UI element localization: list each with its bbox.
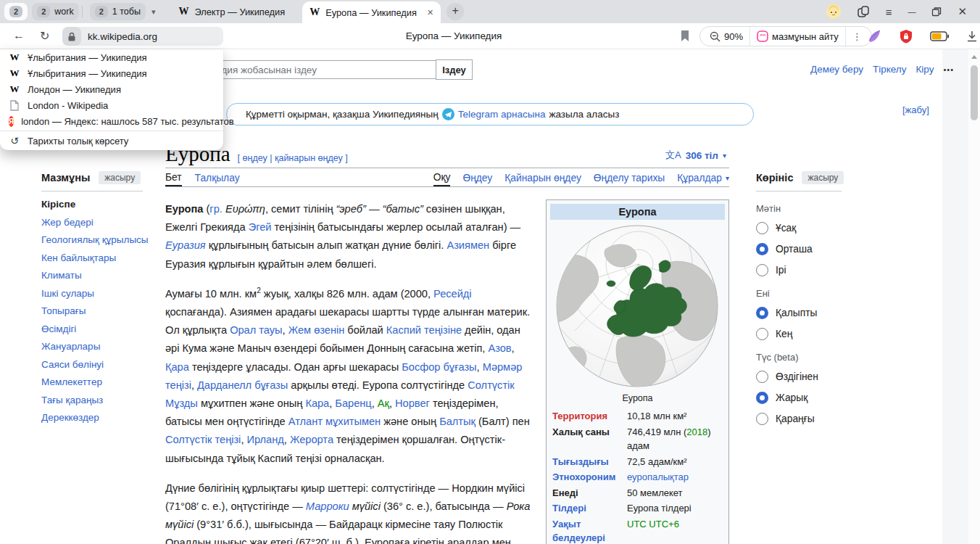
scrollbar[interactable] bbox=[968, 49, 980, 544]
suggestion-item[interactable]: WҰлыбритания — Уикипедия bbox=[0, 49, 223, 65]
wiki-link[interactable]: Баренц bbox=[335, 397, 371, 409]
wiki-search-button[interactable]: Іздеу bbox=[436, 59, 473, 80]
toc-item-Кіріспе[interactable]: Кіріспе bbox=[41, 199, 154, 210]
back-button[interactable]: ← bbox=[13, 29, 25, 42]
toc-item-Тағы қараңыз[interactable]: Тағы қараңыз bbox=[41, 395, 154, 405]
scroll-up-arrow-icon[interactable] bbox=[971, 55, 977, 59]
wiki-link[interactable]: Ақ bbox=[378, 397, 389, 409]
wiki-link[interactable]: Жем өзенін bbox=[288, 324, 345, 336]
appearance-option-Өздігінен[interactable]: Өздігінен bbox=[756, 370, 843, 383]
login-link[interactable]: Кіру bbox=[915, 64, 934, 75]
wiki-link[interactable]: Марроки bbox=[306, 500, 349, 512]
wiki-link[interactable]: Каспий теңізіне bbox=[386, 324, 462, 336]
pill-kebab-menu[interactable]: ⋮ bbox=[845, 27, 868, 46]
toc-item-Ішкі сулары[interactable]: Ішкі сулары bbox=[41, 288, 154, 299]
radio-button-selected[interactable] bbox=[756, 243, 768, 255]
suggestion-item[interactable]: London - Wikipedia bbox=[0, 97, 223, 113]
wiki-link[interactable]: Норвег bbox=[395, 397, 430, 409]
title-edit-links[interactable]: [ өңдеу | қайнарын өңдеу ] bbox=[238, 153, 348, 163]
tab-group-collapsed[interactable]: 2 bbox=[4, 3, 28, 20]
appearance-option-Ұсақ[interactable]: Ұсақ bbox=[756, 221, 843, 234]
europe-globe-map[interactable] bbox=[553, 222, 722, 391]
suggestion-item[interactable]: WЛондон — Уикипедия bbox=[0, 81, 223, 97]
wiki-link[interactable]: Кара bbox=[305, 397, 329, 409]
toc-item-Климаты[interactable]: Климаты bbox=[41, 270, 154, 281]
appearance-option-Ірі[interactable]: Ірі bbox=[756, 263, 843, 276]
appearance-hide-button[interactable]: жасыру bbox=[802, 171, 844, 184]
language-selector[interactable]: 文А 306 тіл ▾ bbox=[665, 149, 726, 162]
bookmark-icon[interactable] bbox=[680, 30, 690, 42]
toc-hide-button[interactable]: жасыру bbox=[99, 171, 141, 184]
wiki-link[interactable]: гр. bbox=[209, 203, 223, 215]
wiki-link[interactable]: Азиямен bbox=[447, 239, 489, 251]
infobox-row-label[interactable]: Территория bbox=[552, 409, 627, 424]
radio-button[interactable] bbox=[756, 222, 768, 234]
toc-item-Өсімдігі[interactable]: Өсімдігі bbox=[41, 323, 154, 334]
wiki-link[interactable]: Атлант мұхитымен bbox=[288, 416, 381, 427]
wiki-link[interactable]: Орал тауы bbox=[230, 324, 282, 336]
radio-button[interactable] bbox=[756, 371, 768, 383]
wiki-link[interactable]: 2018 bbox=[686, 426, 707, 437]
page-tab-Өңдеу[interactable]: Өңдеу bbox=[462, 169, 492, 186]
wiki-link[interactable]: Эгей bbox=[249, 221, 272, 233]
wiki-link[interactable]: Қара bbox=[165, 361, 189, 373]
tab-panels-icon[interactable] bbox=[857, 5, 870, 18]
radio-button[interactable] bbox=[756, 413, 768, 425]
page-tab-Бет[interactable]: Бет bbox=[165, 169, 182, 186]
toc-item-Мемлекеттер[interactable]: Мемлекеттер bbox=[41, 376, 154, 387]
toc-item-Жануарлары[interactable]: Жануарлары bbox=[41, 341, 154, 352]
window-restore-button[interactable] bbox=[931, 7, 942, 17]
appearance-option-Қалыпты[interactable]: Қалыпты bbox=[756, 306, 843, 319]
tab-group-work[interactable]: 2 work bbox=[32, 3, 79, 20]
radio-button-selected[interactable] bbox=[756, 307, 768, 319]
page-tab-Оқу[interactable]: Оқу bbox=[433, 169, 451, 186]
toc-item-Саяси бөлінуі[interactable]: Саяси бөлінуі bbox=[41, 359, 154, 370]
profile-avatar[interactable] bbox=[826, 4, 841, 19]
zoom-control[interactable]: 90% bbox=[703, 27, 749, 46]
toc-item-Дереккөздер[interactable]: Дереккөздер bbox=[41, 412, 154, 423]
wiki-link[interactable]: Солтүстік теңізі bbox=[165, 434, 241, 445]
page-tab-Талқылау[interactable]: Талқылау bbox=[195, 169, 240, 186]
scrollbar-thumb[interactable] bbox=[971, 65, 978, 120]
browser-menu-icon[interactable]: ≡ bbox=[886, 6, 892, 18]
tab-group-1toby[interactable]: 2 1 тобы bbox=[90, 3, 146, 20]
protect-shield-icon[interactable] bbox=[900, 29, 913, 44]
appearance-option-Жарық[interactable]: Жарық bbox=[756, 391, 843, 404]
page-tab-Өңделу тарихы[interactable]: Өңделу тарихы bbox=[594, 169, 665, 186]
radio-button[interactable] bbox=[756, 328, 768, 340]
wiki-link[interactable]: Азов bbox=[488, 342, 511, 354]
more-options-dots-icon[interactable]: ••• bbox=[943, 65, 954, 74]
read-aloud-button[interactable]: ““ мазмұнын айту bbox=[749, 27, 845, 46]
tab-electr-wikipedia[interactable]: W Электр — Уикипедия bbox=[170, 0, 294, 23]
appearance-option-Орташа[interactable]: Орташа bbox=[756, 242, 843, 255]
toc-item-Топырағы[interactable]: Топырағы bbox=[41, 305, 154, 316]
reload-button[interactable]: ↻ bbox=[40, 29, 49, 43]
tab-europa-wikipedia-active[interactable]: W Еуропа — Уикипедия ✕ bbox=[302, 1, 441, 23]
radio-button[interactable] bbox=[756, 264, 768, 276]
infobox-row-label[interactable]: Тығыздығы bbox=[552, 455, 627, 469]
infobox-row-label[interactable]: Уақыт белдеулері bbox=[552, 517, 627, 544]
show-full-history-item[interactable]: ↺ Тарихты толық көрсету bbox=[0, 133, 223, 149]
tab-groups-chevron-down-icon[interactable]: ▾ bbox=[151, 7, 156, 17]
toc-item-Жер бедері[interactable]: Жер бедері bbox=[41, 217, 154, 228]
radio-button-selected[interactable] bbox=[756, 392, 768, 404]
tab-close-icon[interactable]: ✕ bbox=[427, 8, 433, 17]
infobox-row-label[interactable]: Тілдері bbox=[552, 501, 627, 516]
toc-item-Кен байлықтары[interactable]: Кен байлықтары bbox=[41, 252, 154, 263]
page-tab-Құралдар[interactable]: Құралдар▾ bbox=[677, 169, 729, 186]
suggestion-item[interactable]: Яlondon — Яндекс: нашлось 587 тыс. резул… bbox=[0, 113, 223, 129]
wiki-link[interactable]: Еуразия bbox=[165, 239, 206, 251]
notes-feather-icon[interactable] bbox=[866, 28, 882, 44]
wiki-link[interactable]: UTC bbox=[627, 519, 647, 529]
wiki-link[interactable]: Балтық bbox=[439, 416, 476, 427]
banner-close-link[interactable]: [жабу] bbox=[902, 104, 929, 115]
appearance-option-Қараңғы[interactable]: Қараңғы bbox=[756, 412, 843, 425]
downloads-icon[interactable] bbox=[966, 30, 978, 43]
window-minimize-button[interactable]: — bbox=[908, 7, 915, 16]
register-link[interactable]: Тіркелу bbox=[873, 64, 907, 75]
telegram-channel-link[interactable]: Telegram арнасына bbox=[458, 109, 546, 120]
wiki-link[interactable]: Жерорта bbox=[290, 434, 333, 445]
toc-item-Геологиялық құрылысы[interactable]: Геологиялық құрылысы bbox=[41, 234, 154, 245]
wiki-link[interactable]: Ирланд bbox=[246, 434, 283, 445]
window-close-button[interactable]: ✕ bbox=[958, 5, 967, 18]
